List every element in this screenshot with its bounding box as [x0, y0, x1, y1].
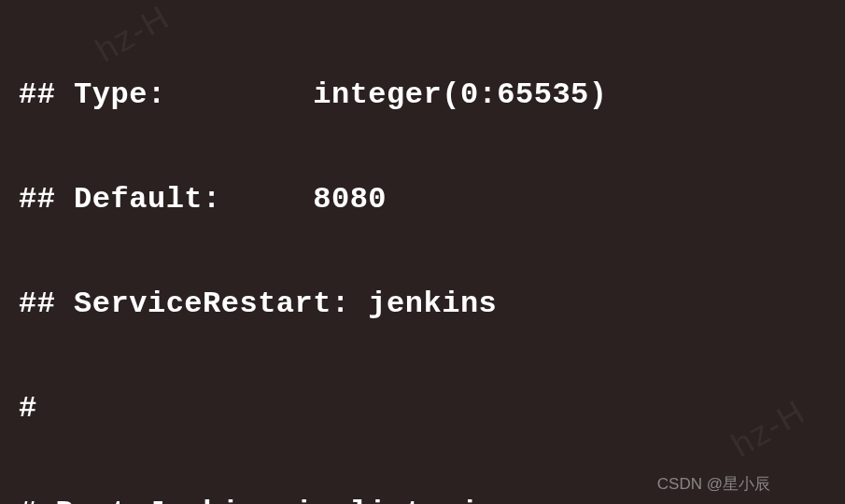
config-line-servicerestart: ## ServiceRestart: jenkins: [19, 278, 826, 330]
config-line-comment: #: [19, 383, 826, 435]
watermark-csdn: CSDN @星小辰: [657, 473, 770, 495]
terminal-output: ## Type: integer(0:65535) ## Default: 80…: [19, 17, 826, 504]
config-line-type: ## Type: integer(0:65535): [19, 69, 826, 121]
config-line-default: ## Default: 8080: [19, 174, 826, 226]
